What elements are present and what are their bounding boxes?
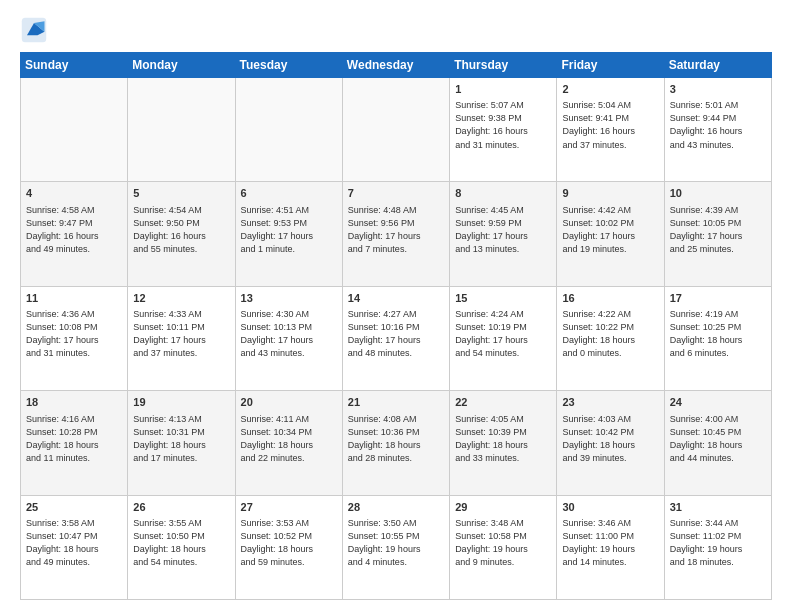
- calendar-day-cell: 27Sunrise: 3:53 AM Sunset: 10:52 PM Dayl…: [235, 495, 342, 599]
- day-number: 1: [455, 82, 551, 97]
- day-info: Sunrise: 4:11 AM Sunset: 10:34 PM Daylig…: [241, 413, 337, 465]
- weekday-header: Saturday: [664, 53, 771, 78]
- day-number: 28: [348, 500, 444, 515]
- day-number: 21: [348, 395, 444, 410]
- day-number: 24: [670, 395, 766, 410]
- logo: [20, 16, 52, 44]
- calendar-day-cell: 9Sunrise: 4:42 AM Sunset: 10:02 PM Dayli…: [557, 182, 664, 286]
- day-number: 2: [562, 82, 658, 97]
- day-number: 7: [348, 186, 444, 201]
- day-info: Sunrise: 4:00 AM Sunset: 10:45 PM Daylig…: [670, 413, 766, 465]
- day-info: Sunrise: 4:22 AM Sunset: 10:22 PM Daylig…: [562, 308, 658, 360]
- calendar-day-cell: 13Sunrise: 4:30 AM Sunset: 10:13 PM Dayl…: [235, 286, 342, 390]
- day-number: 8: [455, 186, 551, 201]
- calendar-day-cell: 30Sunrise: 3:46 AM Sunset: 11:00 PM Dayl…: [557, 495, 664, 599]
- weekday-header: Monday: [128, 53, 235, 78]
- day-number: 14: [348, 291, 444, 306]
- day-info: Sunrise: 3:55 AM Sunset: 10:50 PM Daylig…: [133, 517, 229, 569]
- calendar-day-cell: 19Sunrise: 4:13 AM Sunset: 10:31 PM Dayl…: [128, 391, 235, 495]
- calendar-week-row: 4Sunrise: 4:58 AM Sunset: 9:47 PM Daylig…: [21, 182, 772, 286]
- day-info: Sunrise: 4:45 AM Sunset: 9:59 PM Dayligh…: [455, 204, 551, 256]
- day-info: Sunrise: 4:19 AM Sunset: 10:25 PM Daylig…: [670, 308, 766, 360]
- calendar-week-row: 25Sunrise: 3:58 AM Sunset: 10:47 PM Dayl…: [21, 495, 772, 599]
- calendar-day-cell: 5Sunrise: 4:54 AM Sunset: 9:50 PM Daylig…: [128, 182, 235, 286]
- day-info: Sunrise: 5:01 AM Sunset: 9:44 PM Dayligh…: [670, 99, 766, 151]
- day-info: Sunrise: 4:13 AM Sunset: 10:31 PM Daylig…: [133, 413, 229, 465]
- calendar-day-cell: 14Sunrise: 4:27 AM Sunset: 10:16 PM Dayl…: [342, 286, 449, 390]
- calendar-day-cell: 18Sunrise: 4:16 AM Sunset: 10:28 PM Dayl…: [21, 391, 128, 495]
- day-info: Sunrise: 4:58 AM Sunset: 9:47 PM Dayligh…: [26, 204, 122, 256]
- weekday-header: Wednesday: [342, 53, 449, 78]
- day-info: Sunrise: 3:58 AM Sunset: 10:47 PM Daylig…: [26, 517, 122, 569]
- day-number: 4: [26, 186, 122, 201]
- day-info: Sunrise: 4:16 AM Sunset: 10:28 PM Daylig…: [26, 413, 122, 465]
- day-number: 27: [241, 500, 337, 515]
- day-info: Sunrise: 4:03 AM Sunset: 10:42 PM Daylig…: [562, 413, 658, 465]
- calendar-day-cell: 2Sunrise: 5:04 AM Sunset: 9:41 PM Daylig…: [557, 78, 664, 182]
- day-info: Sunrise: 4:05 AM Sunset: 10:39 PM Daylig…: [455, 413, 551, 465]
- calendar-week-row: 18Sunrise: 4:16 AM Sunset: 10:28 PM Dayl…: [21, 391, 772, 495]
- calendar-day-cell: 16Sunrise: 4:22 AM Sunset: 10:22 PM Dayl…: [557, 286, 664, 390]
- day-info: Sunrise: 4:42 AM Sunset: 10:02 PM Daylig…: [562, 204, 658, 256]
- day-number: 30: [562, 500, 658, 515]
- calendar-day-cell: 23Sunrise: 4:03 AM Sunset: 10:42 PM Dayl…: [557, 391, 664, 495]
- calendar-day-cell: 11Sunrise: 4:36 AM Sunset: 10:08 PM Dayl…: [21, 286, 128, 390]
- weekday-header: Thursday: [450, 53, 557, 78]
- calendar-day-cell: 8Sunrise: 4:45 AM Sunset: 9:59 PM Daylig…: [450, 182, 557, 286]
- day-number: 12: [133, 291, 229, 306]
- calendar-day-cell: [21, 78, 128, 182]
- day-number: 19: [133, 395, 229, 410]
- calendar-day-cell: 17Sunrise: 4:19 AM Sunset: 10:25 PM Dayl…: [664, 286, 771, 390]
- day-number: 26: [133, 500, 229, 515]
- day-info: Sunrise: 4:51 AM Sunset: 9:53 PM Dayligh…: [241, 204, 337, 256]
- day-number: 11: [26, 291, 122, 306]
- day-number: 23: [562, 395, 658, 410]
- day-info: Sunrise: 4:24 AM Sunset: 10:19 PM Daylig…: [455, 308, 551, 360]
- day-number: 31: [670, 500, 766, 515]
- day-number: 25: [26, 500, 122, 515]
- calendar-day-cell: 25Sunrise: 3:58 AM Sunset: 10:47 PM Dayl…: [21, 495, 128, 599]
- weekday-header: Tuesday: [235, 53, 342, 78]
- day-info: Sunrise: 4:48 AM Sunset: 9:56 PM Dayligh…: [348, 204, 444, 256]
- calendar-day-cell: 10Sunrise: 4:39 AM Sunset: 10:05 PM Dayl…: [664, 182, 771, 286]
- day-number: 17: [670, 291, 766, 306]
- day-number: 5: [133, 186, 229, 201]
- day-info: Sunrise: 4:30 AM Sunset: 10:13 PM Daylig…: [241, 308, 337, 360]
- day-info: Sunrise: 3:50 AM Sunset: 10:55 PM Daylig…: [348, 517, 444, 569]
- day-number: 29: [455, 500, 551, 515]
- day-number: 10: [670, 186, 766, 201]
- calendar-day-cell: 31Sunrise: 3:44 AM Sunset: 11:02 PM Dayl…: [664, 495, 771, 599]
- calendar-day-cell: [235, 78, 342, 182]
- calendar-day-cell: 1Sunrise: 5:07 AM Sunset: 9:38 PM Daylig…: [450, 78, 557, 182]
- day-number: 15: [455, 291, 551, 306]
- day-info: Sunrise: 4:08 AM Sunset: 10:36 PM Daylig…: [348, 413, 444, 465]
- calendar-day-cell: 22Sunrise: 4:05 AM Sunset: 10:39 PM Dayl…: [450, 391, 557, 495]
- day-info: Sunrise: 4:54 AM Sunset: 9:50 PM Dayligh…: [133, 204, 229, 256]
- weekday-header: Sunday: [21, 53, 128, 78]
- calendar-day-cell: 7Sunrise: 4:48 AM Sunset: 9:56 PM Daylig…: [342, 182, 449, 286]
- calendar-day-cell: 6Sunrise: 4:51 AM Sunset: 9:53 PM Daylig…: [235, 182, 342, 286]
- calendar-day-cell: 28Sunrise: 3:50 AM Sunset: 10:55 PM Dayl…: [342, 495, 449, 599]
- calendar-day-cell: 15Sunrise: 4:24 AM Sunset: 10:19 PM Dayl…: [450, 286, 557, 390]
- page-header: [20, 16, 772, 44]
- day-info: Sunrise: 3:44 AM Sunset: 11:02 PM Daylig…: [670, 517, 766, 569]
- calendar-day-cell: 24Sunrise: 4:00 AM Sunset: 10:45 PM Dayl…: [664, 391, 771, 495]
- day-number: 13: [241, 291, 337, 306]
- logo-icon: [20, 16, 48, 44]
- day-info: Sunrise: 4:36 AM Sunset: 10:08 PM Daylig…: [26, 308, 122, 360]
- calendar-week-row: 11Sunrise: 4:36 AM Sunset: 10:08 PM Dayl…: [21, 286, 772, 390]
- calendar-week-row: 1Sunrise: 5:07 AM Sunset: 9:38 PM Daylig…: [21, 78, 772, 182]
- calendar-day-cell: 3Sunrise: 5:01 AM Sunset: 9:44 PM Daylig…: [664, 78, 771, 182]
- calendar-table: SundayMondayTuesdayWednesdayThursdayFrid…: [20, 52, 772, 600]
- calendar-day-cell: 26Sunrise: 3:55 AM Sunset: 10:50 PM Dayl…: [128, 495, 235, 599]
- day-number: 3: [670, 82, 766, 97]
- day-number: 9: [562, 186, 658, 201]
- calendar-day-cell: 4Sunrise: 4:58 AM Sunset: 9:47 PM Daylig…: [21, 182, 128, 286]
- calendar-day-cell: [128, 78, 235, 182]
- day-info: Sunrise: 5:04 AM Sunset: 9:41 PM Dayligh…: [562, 99, 658, 151]
- day-number: 18: [26, 395, 122, 410]
- day-info: Sunrise: 4:39 AM Sunset: 10:05 PM Daylig…: [670, 204, 766, 256]
- calendar-day-cell: [342, 78, 449, 182]
- day-info: Sunrise: 4:27 AM Sunset: 10:16 PM Daylig…: [348, 308, 444, 360]
- day-info: Sunrise: 3:48 AM Sunset: 10:58 PM Daylig…: [455, 517, 551, 569]
